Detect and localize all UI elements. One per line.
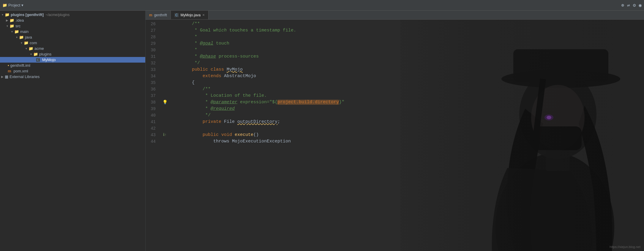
folder-icon-plugins: 📁 bbox=[5, 12, 10, 17]
tab-mymojo[interactable]: C MyMojo.java ✕ bbox=[171, 11, 209, 19]
code-line-26: 26 /** bbox=[146, 21, 644, 27]
folder-icon-src: 📁 bbox=[10, 24, 14, 28]
code-line-34: 34 extends AbstractMojo bbox=[146, 73, 644, 80]
tab-icon-mymojo: C bbox=[174, 13, 179, 17]
top-bar: 📁 Project ▾ ⊕ ⇌ ⚙ ◉ bbox=[0, 0, 644, 11]
line-num-36: 36 bbox=[146, 86, 160, 93]
bulb-icon-38[interactable]: 💡 bbox=[162, 99, 168, 106]
code-line-35: 35 { bbox=[146, 80, 644, 86]
line-num-28: 28 bbox=[146, 34, 160, 40]
icon-settings[interactable]: ⚙ bbox=[633, 2, 636, 8]
label-acme: acme bbox=[34, 46, 44, 51]
project-title: Project bbox=[8, 3, 20, 7]
arrow-plugins-dir: ▾ bbox=[29, 53, 33, 56]
pom-icon: m bbox=[8, 69, 11, 73]
code-line-44: 44 throws MojoExecutionException bbox=[146, 138, 644, 145]
label-mymojo: MyMojo bbox=[42, 58, 56, 62]
code-line-36: 36 /** bbox=[146, 86, 644, 93]
code-line-41: 41 private File outputDirectory; bbox=[146, 119, 644, 125]
gutter-38: 💡 bbox=[160, 99, 169, 106]
icon-diff[interactable]: ⇌ bbox=[627, 2, 630, 8]
arrow-src: ▾ bbox=[5, 24, 10, 28]
label-com: com bbox=[30, 41, 37, 45]
editor-area: m genthrift C MyMojo.java ✕ bbox=[146, 11, 644, 251]
line-num-43: 43 bbox=[146, 132, 160, 138]
tree-item-idea[interactable]: ▶ 📁 .idea bbox=[0, 18, 145, 23]
label-plugins: plugins [genthrift] bbox=[11, 12, 44, 17]
label-java: java bbox=[25, 35, 32, 39]
watermark: https://xiejun.blog.net bbox=[610, 245, 640, 249]
code-line-33: 33 public class MyMojo bbox=[146, 66, 644, 73]
label-genthrift-iml: genthrift.iml bbox=[10, 63, 30, 68]
tree-item-genthrift-iml[interactable]: ▪ genthrift.iml bbox=[0, 63, 145, 68]
arrow-com: ▾ bbox=[19, 41, 24, 45]
code-line-43: 43 ℹ↑ public void execute() bbox=[146, 132, 644, 138]
tree-item-plugins[interactable]: ▾ 📁 plugins [genthrift] ~/acme/plugins bbox=[0, 12, 145, 18]
line-num-40: 40 bbox=[146, 112, 160, 119]
code-editor[interactable]: 26 /** 27 * Goal which touches a timesta… bbox=[146, 20, 644, 251]
line-num-32: 32 bbox=[146, 60, 160, 66]
code-line-32: 32 */ bbox=[146, 60, 644, 66]
main-layout: ▾ 📁 plugins [genthrift] ~/acme/plugins ▶… bbox=[0, 11, 644, 251]
line-content-33: public class MyMojo bbox=[169, 66, 644, 73]
code-line-37: 37 * Location of the file. bbox=[146, 93, 644, 99]
label-pom-xml: pom.xml bbox=[14, 69, 28, 73]
tree-item-ext-libs[interactable]: ▶ ▦ External Libraries bbox=[0, 74, 145, 80]
arrow-idea: ▶ bbox=[5, 19, 10, 22]
code-line-27: 27 * Goal which touches a timestamp file… bbox=[146, 27, 644, 34]
line-num-27: 27 bbox=[146, 27, 160, 34]
line-content-38: * @parameter expression="${project.build… bbox=[169, 99, 644, 106]
folder-icon-java: 📁 bbox=[19, 35, 24, 39]
code-line-39: 39 * @required bbox=[146, 106, 644, 112]
project-sidebar: ▾ 📁 plugins [genthrift] ~/acme/plugins ▶… bbox=[0, 11, 146, 251]
icon-run[interactable]: ◉ bbox=[639, 2, 642, 8]
line-content-28: * bbox=[169, 34, 644, 40]
line-content-26: /** bbox=[169, 21, 644, 27]
bars-icon: ▦ bbox=[5, 74, 8, 79]
tab-close-mymojo[interactable]: ✕ bbox=[202, 13, 205, 17]
tab-icon-genthrift: m bbox=[149, 13, 152, 17]
code-line-29: 29 * @goal touch bbox=[146, 40, 644, 47]
tree-item-main[interactable]: ▾ 📁 main bbox=[0, 29, 145, 34]
folder-icon-plugins-dir: 📁 bbox=[33, 52, 38, 56]
label-idea: .idea bbox=[15, 18, 24, 23]
line-content-30: * bbox=[169, 47, 644, 53]
code-line-28: 28 * bbox=[146, 34, 644, 40]
tree-item-pom-xml[interactable]: m pom.xml bbox=[0, 68, 145, 74]
line-content-44: throws MojoExecutionException bbox=[169, 138, 644, 145]
tab-label-genthrift: genthrift bbox=[154, 13, 167, 17]
tab-genthrift[interactable]: m genthrift bbox=[146, 11, 171, 19]
line-content-37: * Location of the file. bbox=[169, 93, 644, 99]
tab-bar: m genthrift C MyMojo.java ✕ bbox=[146, 11, 644, 20]
arrow-main: ▾ bbox=[10, 30, 14, 33]
line-content-32: */ bbox=[169, 60, 644, 66]
line-content-35: { bbox=[169, 80, 644, 86]
line-num-29: 29 bbox=[146, 40, 160, 47]
project-label[interactable]: 📁 Project ▾ bbox=[2, 3, 23, 7]
tree-item-plugins-dir[interactable]: ▾ 📁 plugins bbox=[0, 51, 145, 57]
line-content-43: public void execute() bbox=[169, 132, 644, 138]
code-line-31: 31 * @phase process-sources bbox=[146, 53, 644, 60]
class-icon-mymojo: C bbox=[36, 58, 40, 62]
svg-rect-9 bbox=[546, 150, 570, 171]
tree-item-src[interactable]: ▾ 📁 src bbox=[0, 23, 145, 29]
arrow-plugins: ▾ bbox=[0, 13, 5, 16]
tab-label-mymojo: MyMojo.java bbox=[181, 13, 201, 17]
top-bar-icons: ⊕ ⇌ ⚙ ◉ bbox=[621, 2, 642, 8]
line-num-39: 39 bbox=[146, 106, 160, 112]
tree-item-com[interactable]: ▾ 📁 com bbox=[0, 40, 145, 46]
arrow-acme: ▾ bbox=[24, 47, 29, 50]
line-content-41: private File outputDirectory; bbox=[169, 119, 644, 125]
line-num-34: 34 bbox=[146, 73, 160, 80]
tree-item-java[interactable]: ▾ 📁 java bbox=[0, 34, 145, 40]
tree-item-acme[interactable]: ▾ 📁 acme bbox=[0, 46, 145, 51]
project-dropdown-icon[interactable]: ▾ bbox=[21, 3, 23, 7]
label-plugins-dir: plugins bbox=[39, 52, 51, 56]
line-content-29: * @goal touch bbox=[169, 40, 644, 47]
folder-icon: 📁 bbox=[2, 3, 7, 7]
line-num-26: 26 bbox=[146, 21, 160, 27]
info-icon-43[interactable]: ℹ↑ bbox=[163, 132, 167, 138]
tree-item-mymojo[interactable]: C MyMojo bbox=[0, 57, 145, 63]
icon-sync[interactable]: ⊕ bbox=[621, 2, 624, 8]
line-num-37: 37 bbox=[146, 93, 160, 99]
